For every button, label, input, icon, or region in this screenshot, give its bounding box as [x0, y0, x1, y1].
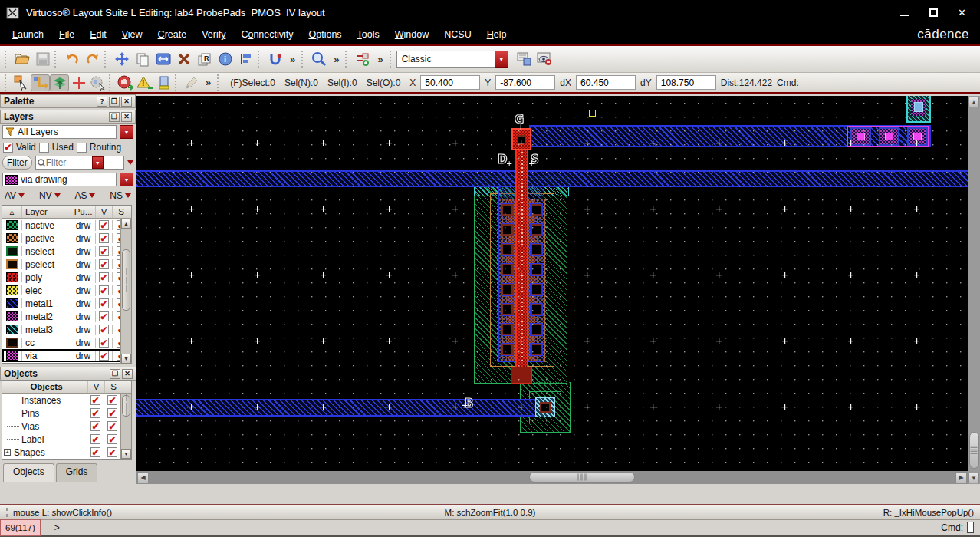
layer-visible-checkbox[interactable]	[99, 272, 109, 282]
save-button[interactable]	[32, 49, 53, 70]
layer-swatch-cc[interactable]	[6, 338, 18, 348]
dx-coordinate-field[interactable]	[576, 75, 636, 90]
object-visible-checkbox[interactable]	[90, 434, 100, 444]
layer-tap-button[interactable]	[50, 74, 69, 91]
connectivity-toolbar-icon[interactable]	[352, 49, 373, 70]
layer-visible-checkbox[interactable]	[99, 233, 109, 243]
purpose-column-header[interactable]: Pu...	[71, 206, 96, 218]
objects-scrollbar-thumb[interactable]	[122, 395, 130, 417]
palette-header[interactable]: Palette ? ❐ ✕	[0, 94, 136, 108]
via1-contact[interactable]	[907, 127, 928, 146]
menu-verify[interactable]: Verify	[194, 27, 233, 42]
cmd-input-caret[interactable]	[967, 522, 974, 533]
objects-s-header[interactable]: S	[105, 381, 122, 393]
metal3-probe-pad[interactable]	[906, 96, 931, 123]
scroll-down-button[interactable]: ▼	[121, 449, 131, 459]
layer-visible-checkbox[interactable]	[99, 259, 109, 269]
gate-contact-pad[interactable]	[511, 128, 531, 150]
scroll-up-button[interactable]: ▲	[121, 219, 131, 229]
path-mode-button[interactable]	[31, 74, 50, 91]
save-workspace-button[interactable]	[515, 49, 535, 70]
object-visible-checkbox[interactable]	[90, 408, 100, 418]
objects-float-button[interactable]: ❐	[110, 369, 120, 379]
layer-row-metal2[interactable]: metal2drw	[2, 310, 131, 323]
palette-close-button[interactable]: ✕	[121, 97, 132, 107]
objects-v-header[interactable]: V	[88, 381, 105, 393]
redraw-button[interactable]	[265, 49, 285, 70]
copy-button[interactable]	[132, 49, 153, 70]
metal1-drain-rail[interactable]	[136, 170, 968, 187]
move-button[interactable]	[111, 49, 132, 70]
layer-visible-checkbox[interactable]	[99, 311, 109, 321]
layers-table-header[interactable]: ▵ Layer Pu... V S	[2, 206, 131, 219]
filter-button[interactable]: Filter	[2, 156, 32, 170]
menu-help[interactable]: Help	[479, 27, 515, 42]
object-selectable-checkbox[interactable]	[107, 434, 117, 444]
layer-swatch-metal3[interactable]	[6, 325, 18, 334]
menu-create[interactable]: Create	[150, 27, 195, 42]
layer-swatch-nactive[interactable]	[6, 220, 18, 230]
layer-visible-checkbox[interactable]	[99, 285, 109, 295]
redo-button[interactable]	[82, 49, 103, 70]
toolbar-grip[interactable]	[301, 51, 307, 68]
object-row-pins[interactable]: Pins	[2, 407, 131, 420]
scroll-down-button[interactable]: ▼	[968, 473, 979, 483]
layers-scrollbar[interactable]: ▲ ▼	[120, 219, 131, 364]
object-selectable-checkbox[interactable]	[107, 408, 117, 418]
layer-visible-checkbox[interactable]	[99, 298, 109, 308]
object-selectable-checkbox[interactable]	[107, 447, 117, 457]
layer-row-metal3[interactable]: metal3drw	[2, 323, 131, 336]
scroll-right-button[interactable]: ▶	[955, 472, 967, 483]
poly-gate[interactable]	[515, 147, 528, 368]
menu-options[interactable]: Options	[301, 27, 350, 42]
canvas-hscrollbar-thumb[interactable]	[529, 472, 635, 483]
object-row-shapes[interactable]: +Shapes	[2, 446, 131, 459]
probe-lamp-button[interactable]	[154, 74, 173, 91]
palette-float-button[interactable]: ❐	[109, 97, 120, 107]
workspace-combo-value[interactable]: Classic	[396, 51, 495, 68]
scroll-down-button[interactable]: ▼	[121, 354, 131, 364]
layer-row-nselect[interactable]: nselectdrw	[2, 245, 131, 258]
menu-view[interactable]: View	[114, 27, 150, 42]
nv-dropdown[interactable]: NV	[39, 190, 61, 201]
toolbar-grip[interactable]	[104, 51, 110, 68]
scroll-left-button[interactable]: ◀	[137, 472, 149, 483]
via1-contact[interactable]	[850, 127, 871, 146]
valid-checkbox[interactable]	[3, 143, 13, 153]
layer-swatch-poly[interactable]	[6, 272, 18, 282]
active-layer-arrow[interactable]	[120, 173, 133, 186]
stop-editing-button[interactable]	[116, 74, 135, 91]
layer-column-header[interactable]: Layer	[22, 206, 71, 218]
layer-swatch-via[interactable]	[6, 351, 18, 361]
object-visible-checkbox[interactable]	[90, 447, 100, 457]
objects-header[interactable]: Objects ❐ ✕	[0, 367, 136, 381]
layer-row-poly[interactable]: polydrw	[2, 271, 131, 284]
toolbar-overflow-chevron[interactable]: »	[373, 54, 387, 65]
filter-field[interactable]	[35, 156, 124, 170]
menu-file[interactable]: File	[51, 27, 82, 42]
ns-dropdown[interactable]: NS	[110, 190, 131, 201]
align-button[interactable]	[235, 49, 256, 70]
layer-row-metal1[interactable]: metal1drw	[2, 297, 131, 310]
toolbar-grip[interactable]	[217, 74, 222, 91]
objects-column-header[interactable]: Objects	[2, 381, 88, 393]
object-row-vias[interactable]: Vias	[2, 420, 131, 433]
layer-visible-checkbox[interactable]	[99, 351, 109, 361]
layer-visible-checkbox[interactable]	[99, 338, 109, 348]
layer-scope-select[interactable]: All Layers	[2, 125, 117, 139]
minimize-button[interactable]	[900, 10, 909, 16]
toolbar-grip[interactable]	[390, 51, 395, 68]
warning-marker-button[interactable]: !	[135, 74, 154, 91]
active-layer-select[interactable]: via drawing	[2, 173, 117, 186]
canvas-vscrollbar-thumb[interactable]	[969, 432, 979, 469]
info-button[interactable]: i	[215, 49, 235, 70]
layer-row-pselect[interactable]: pselectdrw	[2, 258, 131, 271]
open-button[interactable]	[12, 49, 32, 70]
layer-row-nactive[interactable]: nactivedrw	[2, 219, 131, 232]
via1-contact[interactable]	[879, 127, 899, 146]
undo-button[interactable]	[61, 49, 82, 70]
layer-row-elec[interactable]: elecdrw	[2, 284, 131, 297]
toolbar-grip[interactable]	[5, 51, 10, 68]
layers-scrollbar-thumb[interactable]	[122, 249, 130, 311]
x-coordinate-field[interactable]	[420, 75, 480, 90]
